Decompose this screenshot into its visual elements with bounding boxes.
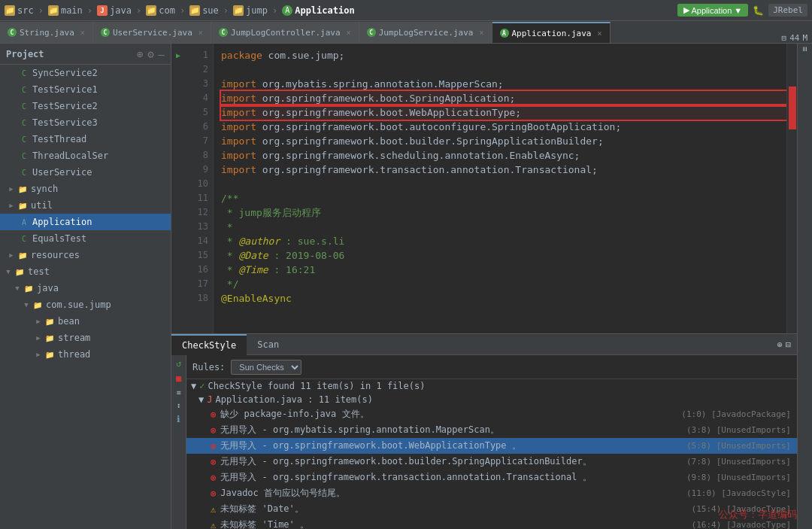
- folder-icon: 📁: [17, 184, 29, 193]
- result-item-5[interactable]: ⊗ Javadoc 首句应以句号结尾。 (11:0) [JavadocStyle…: [186, 485, 797, 501]
- code-line-13: *: [221, 220, 786, 234]
- tree-item-testservice2[interactable]: C TestService2: [0, 98, 171, 114]
- folder-icon: 📁: [23, 284, 35, 293]
- class-icon: C: [18, 234, 30, 243]
- tree-item-bean[interactable]: ▶ 📁 bean: [0, 313, 171, 330]
- error-icon: ⊗: [211, 409, 216, 420]
- add-icon[interactable]: ⊕: [137, 48, 143, 60]
- tree-item-testservice3[interactable]: C TestService3: [0, 114, 171, 131]
- tree-item-threadlocalser[interactable]: C ThreadLocalSer: [0, 147, 171, 164]
- tree-item-java[interactable]: ▼ 📁 java: [0, 280, 171, 296]
- tree-item-resources[interactable]: ▶ 📁 resources: [0, 247, 171, 263]
- tab-userservice-java[interactable]: C UserService.java ×: [93, 22, 211, 43]
- code-line-12: * jump服务启动程序: [221, 205, 786, 220]
- tree-item-testthread[interactable]: C TestThread: [0, 131, 171, 147]
- folder-icon: 📁: [5, 5, 15, 16]
- tree-label: TestService3: [32, 117, 98, 128]
- folder-icon: 📁: [44, 317, 56, 326]
- tab-close-icon[interactable]: ×: [347, 29, 351, 37]
- sort-icon[interactable]: ↕: [176, 401, 180, 409]
- tab-close-icon[interactable]: ×: [597, 29, 601, 38]
- tab-jumplogcontroller-label: JumpLogController.java: [231, 28, 341, 38]
- tree-label: TestService1: [32, 84, 98, 95]
- tree-item-testservice1[interactable]: C TestService1: [0, 81, 171, 98]
- result-loc-3: (7:8) [UnusedImports]: [686, 457, 791, 467]
- tree-item-equalstest[interactable]: C EqualsTest: [0, 230, 171, 247]
- result-text-7: 未知标签 'Time' 。: [220, 518, 686, 529]
- tree-label: synch: [31, 184, 58, 194]
- tree-item-synch[interactable]: ▶ 📁 synch: [0, 181, 171, 197]
- tree-label: stream: [58, 333, 90, 343]
- class-icon: C: [18, 151, 30, 160]
- result-text-6: 未知标签 'Date'。: [220, 503, 686, 515]
- tree-label: TestThread: [32, 134, 86, 144]
- info-icon-btn[interactable]: ℹ: [177, 414, 180, 424]
- settings-icon[interactable]: ⚙: [147, 48, 153, 60]
- result-item-6[interactable]: ⚠ 未知标签 'Date'。 (15:4) [JavadocType]: [186, 501, 797, 517]
- collapse-icon[interactable]: —: [159, 48, 165, 60]
- line-marker-6: ▶: [171, 48, 185, 62]
- result-item-3[interactable]: ⊗ 元用导入 - org.springframework.boot.builde…: [186, 454, 797, 470]
- tree-item-userservice[interactable]: C UserService: [0, 164, 171, 181]
- file-icon: J: [207, 394, 212, 405]
- tree-label: test: [28, 266, 50, 277]
- filter-icon[interactable]: ≡: [176, 388, 180, 397]
- sidebar-tree: C SyncService2 C TestService1 C TestServ…: [0, 65, 171, 529]
- file-expand-arrow: ▼: [198, 394, 204, 405]
- result-text-0: 缺少 package-info.java 文件。: [220, 408, 677, 421]
- tree-item-syncservice2[interactable]: C SyncService2: [0, 65, 171, 81]
- far-right-panel: ≡: [797, 44, 812, 529]
- tree-item-com-sue-jump[interactable]: ▼ 📁 com.sue.jump: [0, 296, 171, 313]
- structure-icon[interactable]: ≡: [800, 47, 810, 52]
- filter-label: Rules:: [192, 362, 225, 372]
- tab-string-java[interactable]: C String.java ×: [0, 22, 93, 43]
- tab-jumplogservice-java[interactable]: C JumpLogService.java ×: [359, 22, 492, 43]
- tree-item-util[interactable]: ▶ 📁 util: [0, 197, 171, 214]
- expand-icon[interactable]: ⊕: [777, 339, 783, 350]
- collapse-all-icon[interactable]: ⊟: [786, 339, 791, 350]
- code-line-5: import org.springframework.boot.WebAppli…: [221, 105, 786, 120]
- rerun-icon[interactable]: ↺: [176, 358, 181, 369]
- code-line-1: package com.sue.jump;: [221, 48, 786, 62]
- tree-label: EqualsTest: [32, 233, 86, 244]
- tree-item-stream[interactable]: ▶ 📁 stream: [0, 330, 171, 346]
- tree-label: UserService: [32, 167, 92, 178]
- jrebel-label: JRebel: [768, 4, 807, 17]
- tree-item-test[interactable]: ▼ 📁 test: [0, 263, 171, 280]
- results-header-icon: ✓: [199, 381, 205, 391]
- tab-scan[interactable]: Scan: [247, 334, 289, 355]
- result-item-4[interactable]: ⊗ 无用导入 - org.springframework.transaction…: [186, 470, 797, 485]
- result-item-7[interactable]: ⚠ 未知标签 'Time' 。 (16:4) [JavadocType]: [186, 517, 797, 529]
- tree-item-thread[interactable]: ▶ 📁 thread: [0, 346, 171, 363]
- expand-arrow[interactable]: ▼: [191, 381, 196, 391]
- folder-icon: 📁: [44, 333, 56, 342]
- tab-checkstyle[interactable]: CheckStyle: [171, 334, 247, 355]
- stop-icon[interactable]: ■: [176, 373, 181, 384]
- code-line-10: [221, 177, 786, 191]
- code-line-6: import org.springframework.boot.autoconf…: [221, 120, 786, 134]
- file-group[interactable]: ▼ J Application.java : 11 item(s): [186, 393, 797, 406]
- sidebar-title: Project: [6, 49, 44, 59]
- ln-1: 1: [185, 48, 208, 62]
- split-editor-icon[interactable]: ⊟: [782, 33, 787, 43]
- result-item-2[interactable]: ⊗ 无用导入 - org.springframework.boot.WebApp…: [186, 438, 797, 454]
- rules-dropdown[interactable]: Sun Checks: [231, 360, 301, 375]
- tab-close-icon[interactable]: ×: [198, 29, 203, 37]
- result-item-0[interactable]: ⊗ 缺少 package-info.java 文件。 (1:0) [Javado…: [186, 406, 797, 422]
- app-icon: A: [282, 5, 292, 16]
- tab-application-java[interactable]: A Application.java ×: [492, 22, 611, 43]
- ln-8: 8: [185, 148, 208, 163]
- tab-jumplogcontroller-java[interactable]: C JumpLogController.java ×: [211, 22, 359, 43]
- result-item-1[interactable]: ⊗ 无用导入 - org.mybatis.spring.annotation.M…: [186, 422, 797, 438]
- breadcrumb-src: 📁 src: [5, 5, 34, 16]
- ln-10: 10: [185, 177, 208, 191]
- tab-close-icon[interactable]: ×: [479, 29, 483, 37]
- tree-label: util: [31, 200, 53, 211]
- tree-item-application[interactable]: A Application: [0, 214, 171, 230]
- folder-icon: 📁: [17, 201, 29, 210]
- tab-close-icon[interactable]: ×: [80, 29, 85, 37]
- run-button[interactable]: ▶ Application ▼: [677, 4, 749, 17]
- tree-arrow-icon: ▼: [21, 301, 32, 309]
- debug-icon[interactable]: 🐛: [753, 5, 764, 16]
- tree-arrow-icon: ▶: [33, 334, 44, 342]
